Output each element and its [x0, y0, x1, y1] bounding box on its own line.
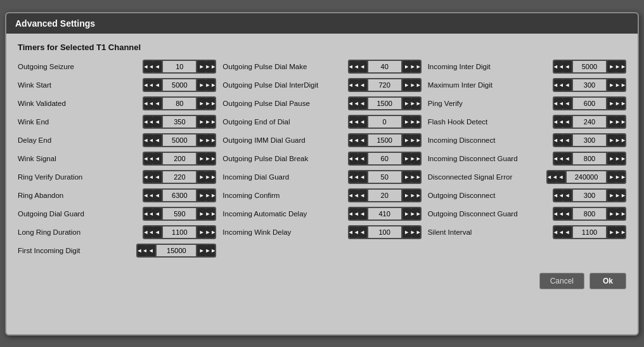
spinner-prev-btn[interactable]: ◄ — [563, 208, 572, 219]
spinner-input[interactable] — [368, 61, 401, 72]
spinner-input[interactable] — [163, 226, 196, 238]
spinner-first-btn[interactable]: ◄◄ — [554, 226, 563, 238]
spinner-prev-btn[interactable]: ◄ — [153, 98, 162, 109]
spinner-last-btn[interactable]: ►► — [616, 171, 625, 183]
spinner-first-btn[interactable]: ◄◄ — [349, 61, 358, 72]
spinner-input[interactable] — [573, 134, 606, 146]
spinner-last-btn[interactable]: ►► — [411, 226, 420, 238]
spinner-prev-btn[interactable]: ◄ — [563, 190, 572, 201]
spinner-input[interactable] — [163, 134, 196, 146]
spinner-input[interactable] — [573, 208, 606, 219]
spinner-prev-btn[interactable]: ◄ — [563, 79, 572, 91]
spinner-prev-btn[interactable]: ◄ — [557, 171, 565, 183]
spinner-input[interactable] — [368, 190, 401, 201]
spinner-first-btn[interactable]: ◄◄ — [349, 98, 358, 109]
spinner-first-btn[interactable]: ◄◄ — [349, 208, 358, 219]
spinner-first-btn[interactable]: ◄◄ — [349, 116, 358, 128]
spinner-input[interactable] — [567, 171, 606, 183]
spinner-first-btn[interactable]: ◄◄ — [349, 134, 358, 146]
spinner-first-btn[interactable]: ◄◄ — [554, 98, 563, 109]
spinner-prev-btn[interactable]: ◄ — [563, 116, 572, 128]
spinner-prev-btn[interactable]: ◄ — [563, 153, 572, 164]
spinner-prev-btn[interactable]: ◄ — [153, 79, 162, 91]
spinner-prev-btn[interactable]: ◄ — [153, 208, 162, 219]
spinner-prev-btn[interactable]: ◄ — [563, 134, 572, 146]
spinner-first-btn[interactable]: ◄◄ — [144, 190, 153, 201]
spinner-first-btn[interactable]: ◄◄ — [554, 208, 563, 219]
spinner-input[interactable] — [368, 208, 401, 219]
spinner-prev-btn[interactable]: ◄ — [563, 98, 572, 109]
spinner-last-btn[interactable]: ►► — [411, 61, 420, 72]
ok-button[interactable]: Ok — [589, 273, 626, 289]
spinner-first-btn[interactable]: ◄◄ — [349, 79, 358, 91]
spinner-first-btn[interactable]: ◄◄ — [554, 134, 563, 146]
spinner-last-btn[interactable]: ►► — [411, 190, 420, 201]
spinner-first-btn[interactable]: ◄◄ — [554, 61, 563, 72]
spinner-last-btn[interactable]: ►► — [616, 153, 625, 164]
spinner-prev-btn[interactable]: ◄ — [153, 190, 162, 201]
spinner-input[interactable] — [573, 79, 606, 91]
spinner-first-btn[interactable]: ◄◄ — [554, 190, 563, 201]
spinner-prev-btn[interactable]: ◄ — [563, 61, 572, 72]
spinner-first-btn[interactable]: ◄◄ — [144, 171, 153, 183]
spinner-input[interactable] — [573, 153, 606, 164]
spinner-last-btn[interactable]: ►► — [616, 208, 625, 219]
spinner-input[interactable] — [573, 226, 606, 238]
spinner-first-btn[interactable]: ◄◄ — [144, 61, 153, 72]
spinner-input[interactable] — [163, 208, 196, 219]
spinner-first-btn[interactable]: ◄◄ — [144, 116, 153, 128]
spinner-prev-btn[interactable]: ◄ — [153, 61, 162, 72]
spinner-last-btn[interactable]: ►► — [411, 79, 420, 91]
spinner-last-btn[interactable]: ►► — [616, 226, 625, 238]
spinner-input[interactable] — [368, 226, 401, 238]
spinner-first-btn[interactable]: ◄◄ — [144, 134, 153, 146]
spinner-prev-btn[interactable]: ◄ — [358, 79, 367, 91]
spinner-first-btn[interactable]: ◄◄ — [548, 171, 557, 183]
spinner-prev-btn[interactable]: ◄ — [153, 134, 162, 146]
spinner-first-btn[interactable]: ◄◄ — [349, 153, 358, 164]
spinner-last-btn[interactable]: ►► — [411, 208, 420, 219]
spinner-first-btn[interactable]: ◄◄ — [349, 190, 358, 201]
spinner-last-btn[interactable]: ►► — [206, 61, 215, 72]
spinner-prev-btn[interactable]: ◄ — [153, 171, 162, 183]
spinner-first-btn[interactable]: ◄◄ — [144, 208, 153, 219]
spinner-last-btn[interactable]: ►► — [411, 98, 420, 109]
spinner-input[interactable] — [163, 171, 196, 183]
spinner-last-btn[interactable]: ►► — [411, 116, 420, 128]
spinner-prev-btn[interactable]: ◄ — [358, 61, 367, 72]
spinner-prev-btn[interactable]: ◄ — [146, 245, 155, 256]
spinner-input[interactable] — [163, 153, 196, 164]
spinner-prev-btn[interactable]: ◄ — [153, 226, 162, 238]
spinner-prev-btn[interactable]: ◄ — [358, 226, 367, 238]
spinner-last-btn[interactable]: ►► — [616, 61, 625, 72]
spinner-last-btn[interactable]: ►► — [206, 153, 215, 164]
spinner-input[interactable] — [368, 153, 401, 164]
spinner-first-btn[interactable]: ◄◄ — [144, 98, 153, 109]
spinner-input[interactable] — [573, 61, 606, 72]
spinner-last-btn[interactable]: ►► — [206, 116, 215, 128]
spinner-last-btn[interactable]: ►► — [206, 190, 215, 201]
spinner-input[interactable] — [163, 79, 196, 91]
spinner-last-btn[interactable]: ►► — [616, 190, 625, 201]
spinner-last-btn[interactable]: ►► — [206, 171, 215, 183]
spinner-input[interactable] — [368, 116, 401, 128]
spinner-input[interactable] — [573, 190, 606, 201]
spinner-first-btn[interactable]: ◄◄ — [349, 226, 358, 238]
spinner-last-btn[interactable]: ►► — [616, 79, 625, 91]
spinner-input[interactable] — [163, 61, 196, 72]
spinner-first-btn[interactable]: ◄◄ — [144, 79, 153, 91]
spinner-last-btn[interactable]: ►► — [411, 171, 420, 183]
spinner-input[interactable] — [163, 190, 196, 201]
spinner-last-btn[interactable]: ►► — [411, 153, 420, 164]
spinner-last-btn[interactable]: ►► — [206, 226, 215, 238]
spinner-first-btn[interactable]: ◄◄ — [554, 153, 563, 164]
spinner-prev-btn[interactable]: ◄ — [358, 134, 367, 146]
spinner-last-btn[interactable]: ►► — [616, 98, 625, 109]
spinner-first-btn[interactable]: ◄◄ — [144, 226, 153, 238]
spinner-prev-btn[interactable]: ◄ — [153, 153, 162, 164]
spinner-first-btn[interactable]: ◄◄ — [554, 79, 563, 91]
spinner-last-btn[interactable]: ►► — [616, 134, 625, 146]
spinner-first-btn[interactable]: ◄◄ — [349, 171, 358, 183]
spinner-prev-btn[interactable]: ◄ — [358, 98, 367, 109]
spinner-prev-btn[interactable]: ◄ — [358, 190, 367, 201]
